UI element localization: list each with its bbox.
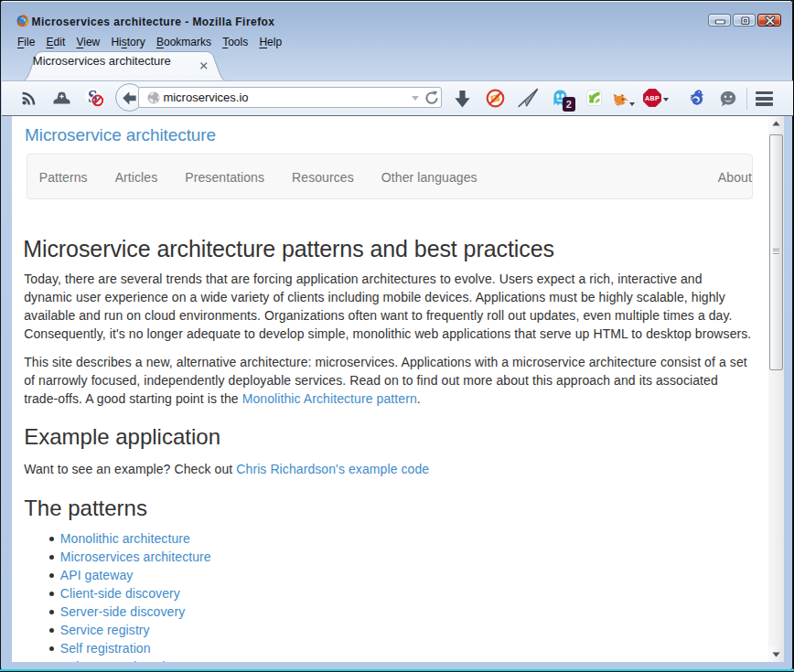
pattern-list-item: Monolithic architecture — [60, 529, 211, 548]
pattern-list-item: API gateway — [60, 566, 211, 584]
site-navbar: PatternsArticlesPresentationsResourcesOt… — [27, 154, 754, 199]
alternative-paragraph: This site describes a new, alternative a… — [24, 353, 747, 408]
patterns-list: Monolithic architectureMicroservices arc… — [60, 529, 211, 662]
back-arrow-icon — [121, 90, 138, 107]
intro-paragraph: Today, there are several trends that are… — [24, 270, 751, 343]
menu-bar-line — [756, 91, 773, 94]
pattern-list-item: Microservices architecture — [60, 548, 211, 566]
tab-title[interactable]: Microservices architecture — [33, 54, 171, 69]
pattern-list-item: Client-side discovery — [60, 584, 211, 603]
content-link[interactable]: Chris Richardson's example code — [236, 462, 429, 476]
url-text[interactable]: microservices.io — [163, 91, 248, 105]
maximize-button[interactable] — [733, 14, 756, 27]
fox-dropdown-icon[interactable] — [629, 102, 635, 106]
site-brand-link[interactable]: Microservice architecture — [25, 126, 216, 144]
window-controls — [708, 14, 781, 27]
fox-icon[interactable] — [613, 93, 629, 110]
nav-item-about[interactable]: About — [718, 168, 752, 187]
patterns-heading: The patterns — [24, 497, 147, 519]
pattern-link-self-registration[interactable]: Self registration — [60, 641, 151, 656]
scrollbar-grip — [773, 249, 779, 256]
menu-history[interactable]: History — [105, 35, 151, 49]
chat-smiley-icon[interactable] — [720, 91, 736, 111]
adblock-plus-dropdown-icon[interactable] — [663, 98, 669, 101]
scrollbar-up-button[interactable] — [769, 116, 784, 132]
ghostery-icon[interactable]: 2 — [553, 90, 568, 110]
text-line: Want to see an example? Check out Chris … — [24, 460, 429, 478]
menu-bar-line — [756, 102, 773, 105]
pattern-link-monolithic-architecture[interactable]: Monolithic architecture — [60, 531, 190, 546]
menubar: FileEditViewHistoryBookmarksToolsHelp — [12, 33, 287, 48]
pattern-list-item: 3rd party registration — [60, 657, 211, 662]
menu-help[interactable]: Help — [253, 35, 287, 49]
vertical-scrollbar[interactable] — [768, 116, 784, 662]
nav-item-resources[interactable]: Resources — [278, 168, 368, 187]
feedly-icon[interactable] — [586, 90, 602, 110]
globe-icon — [147, 91, 160, 104]
content-link[interactable]: Monolithic Architecture pattern — [242, 391, 417, 406]
nav-item-other-languages[interactable]: Other languages — [368, 168, 491, 187]
desktop-background: Microservices architecture - Mozilla Fir… — [0, 0, 794, 672]
close-button[interactable] — [757, 14, 781, 27]
noscript-icon[interactable]: S — [84, 88, 104, 111]
svg-text:ABP: ABP — [645, 94, 660, 102]
pattern-link-server-side-discovery[interactable]: Server-side discovery — [60, 604, 186, 619]
pattern-link-service-registry[interactable]: Service registry — [60, 623, 150, 637]
menu-file[interactable]: File — [12, 35, 41, 49]
scrollbar-down-button[interactable] — [769, 646, 784, 662]
text-line: trade-offs. A good starting point is the… — [24, 389, 747, 408]
nav-item-articles[interactable]: Articles — [102, 168, 172, 187]
flashblock-icon[interactable] — [486, 89, 505, 112]
example-paragraph: Want to see an example? Check out Chris … — [24, 460, 429, 478]
menu-view[interactable]: View — [70, 35, 105, 49]
text-line: Today, there are several trends that are… — [24, 270, 751, 288]
text-line: of narrowly focused, independently deplo… — [24, 371, 747, 389]
scrollbar-thumb[interactable] — [769, 134, 784, 370]
nav-item-presentations[interactable]: Presentations — [171, 168, 278, 187]
menu-tools[interactable]: Tools — [217, 35, 253, 49]
page-title: Microservice architecture patterns and b… — [23, 238, 554, 261]
minimize-button[interactable] — [708, 14, 731, 27]
page-viewport: Microservice architecture PatternsArticl… — [12, 116, 768, 662]
pattern-link-client-side-discovery[interactable]: Client-side discovery — [60, 586, 180, 601]
window-title: Microservices architecture - Mozilla Fir… — [32, 16, 275, 28]
menu-bar-line — [756, 97, 773, 100]
ghostery-badge: 2 — [563, 97, 576, 112]
toolbar-separator — [746, 88, 747, 110]
reload-icon[interactable] — [424, 91, 439, 105]
window-glow-bottom — [0, 669, 794, 671]
nav-item-patterns[interactable]: Patterns — [26, 168, 102, 187]
rss-icon[interactable] — [22, 91, 37, 109]
pattern-link-api-gateway[interactable]: API gateway — [60, 568, 134, 582]
example-heading: Example application — [24, 426, 220, 448]
download-icon[interactable] — [454, 90, 471, 112]
pattern-list-item: Service registry — [60, 621, 211, 639]
pattern-link-microservices-architecture[interactable]: Microservices architecture — [60, 549, 211, 564]
firefox-logo-icon — [16, 14, 29, 27]
menu-edit[interactable]: Edit — [40, 35, 70, 49]
urlbar-dropdown-icon[interactable] — [411, 95, 420, 101]
hamburger-menu-icon[interactable] — [756, 91, 773, 106]
capture-icon[interactable] — [52, 91, 71, 108]
text-line: dynamic user experience on a wide variet… — [24, 288, 751, 306]
send-page-icon[interactable] — [518, 88, 539, 112]
text-line: This site describes a new, alternative a… — [24, 353, 747, 371]
seahorse-icon[interactable] — [689, 89, 704, 112]
text-line: Consequently, it's no longer adequate to… — [24, 325, 751, 343]
browser-window: Microservices architecture - Mozilla Fir… — [0, 0, 793, 669]
pattern-list-item: Self registration — [60, 639, 211, 657]
menu-bookmarks[interactable]: Bookmarks — [151, 35, 217, 49]
tab-close-icon[interactable] — [199, 61, 209, 70]
pattern-link-3rd-party-registration[interactable]: 3rd party registration — [60, 659, 179, 662]
adblock-plus-icon[interactable]: ABP — [642, 89, 662, 112]
text-line: available and run on cloud environments.… — [24, 306, 751, 325]
pattern-list-item: Server-side discovery — [60, 603, 211, 621]
